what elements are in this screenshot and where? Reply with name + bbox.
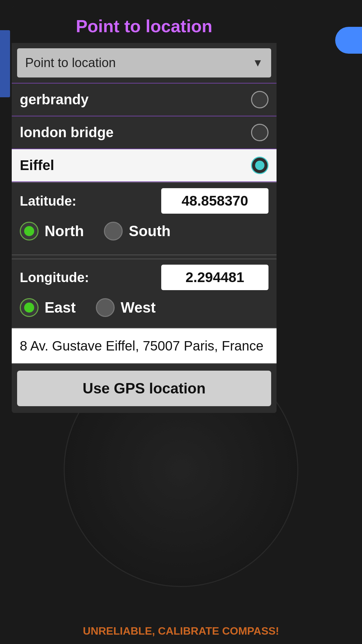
location-item-eiffel[interactable]: Eiffel (12, 149, 277, 182)
location-name-gerbrandy: gerbrandy (20, 92, 88, 108)
section-divider (12, 255, 277, 255)
radio-gerbrandy[interactable] (251, 91, 268, 108)
warning-text: UNRELIABLE, CALIBRATE COMPASS! (83, 625, 279, 637)
east-option[interactable]: East (20, 298, 76, 317)
dropdown-section: Point to location ▼ (12, 43, 277, 83)
south-option[interactable]: South (104, 222, 171, 240)
latitude-row: Latitude: 48.858370 (20, 188, 268, 214)
north-label: North (45, 223, 84, 239)
longitude-value[interactable]: 2.294481 (161, 265, 268, 290)
longitude-label: Longitude: (20, 270, 89, 285)
circle-right-button[interactable] (335, 27, 362, 54)
sidebar-left (0, 30, 10, 97)
radio-london-bridge[interactable] (251, 124, 268, 141)
south-label: South (129, 223, 171, 239)
west-radio[interactable] (96, 298, 115, 317)
north-option[interactable]: North (20, 222, 84, 240)
location-item-london-bridge[interactable]: london bridge (12, 116, 277, 149)
radio-eiffel[interactable] (251, 157, 268, 174)
latitude-section: Latitude: 48.858370 North South (12, 182, 277, 251)
ew-direction-row: East West (20, 296, 268, 320)
east-radio[interactable] (20, 298, 39, 317)
location-name-london-bridge: london bridge (20, 124, 114, 141)
dropdown-arrow-icon: ▼ (252, 57, 263, 69)
warning-bar: UNRELIABLE, CALIBRATE COMPASS! (0, 625, 362, 637)
gps-button-section: Use GPS location (12, 363, 277, 413)
dropdown-label: Point to location (25, 56, 116, 70)
address-text: 8 Av. Gustave Eiffel, 75007 Paris, Franc… (20, 338, 263, 353)
east-label: East (45, 299, 76, 316)
use-gps-button[interactable]: Use GPS location (17, 371, 271, 406)
location-name-eiffel: Eiffel (20, 157, 54, 173)
west-option[interactable]: West (96, 298, 156, 317)
latitude-label: Latitude: (20, 194, 76, 209)
dialog-title: Point to location (12, 7, 277, 43)
location-list: gerbrandy london bridge Eiffel (12, 83, 277, 182)
location-dropdown[interactable]: Point to location ▼ (17, 48, 271, 77)
ns-direction-row: North South (20, 219, 268, 243)
south-radio[interactable] (104, 222, 123, 240)
point-to-location-dialog: Point to location Point to location ▼ ge… (12, 7, 277, 413)
latitude-value[interactable]: 48.858370 (161, 188, 268, 214)
west-label: West (121, 299, 156, 316)
longitude-row: Longitude: 2.294481 (20, 265, 268, 290)
address-section: 8 Av. Gustave Eiffel, 75007 Paris, Franc… (12, 328, 277, 363)
north-radio[interactable] (20, 222, 39, 240)
location-item-gerbrandy[interactable]: gerbrandy (12, 84, 277, 116)
longitude-section: Longitude: 2.294481 East West (12, 259, 277, 328)
